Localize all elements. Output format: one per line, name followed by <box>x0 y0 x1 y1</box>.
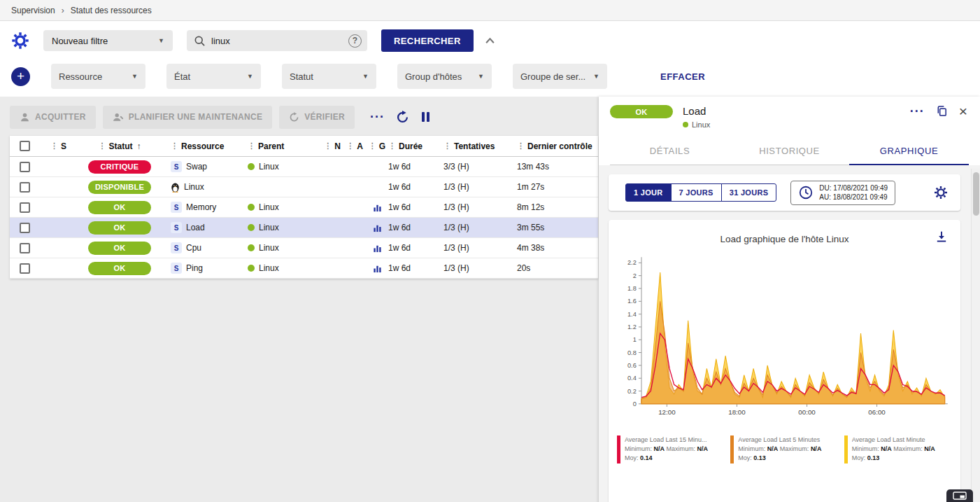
collapse-chevron-icon[interactable] <box>485 37 495 44</box>
saved-filter-select[interactable]: Nouveau filtre ▼ <box>43 30 173 51</box>
graph-icon[interactable] <box>373 223 382 232</box>
time-range-7-jours[interactable]: 7 JOURS <box>671 183 722 202</box>
resource-cell[interactable]: SMemory <box>171 202 248 213</box>
graph-icon[interactable] <box>373 264 382 273</box>
maintenance-button[interactable]: PLANIFIER UNE MAINTENANCE <box>103 106 273 129</box>
resource-cell[interactable]: SSwap <box>171 161 248 172</box>
checkbox-icon[interactable] <box>20 141 30 151</box>
column-header-dernier[interactable]: ⋮Dernier contrôle <box>517 141 598 151</box>
copy-link-icon[interactable] <box>936 105 948 117</box>
column-header-ressource[interactable]: ⋮Ressource <box>171 141 248 151</box>
column-header-duree[interactable]: ⋮Durée <box>388 141 443 151</box>
drag-handle-icon[interactable]: ⋮ <box>99 141 106 151</box>
pause-icon[interactable] <box>422 112 429 122</box>
legend-average: Moy: 0.13 <box>738 454 821 463</box>
graph-icon[interactable] <box>373 203 382 212</box>
acknowledge-button[interactable]: ACQUITTER <box>10 106 96 129</box>
resource-cell[interactable]: Linux <box>171 182 248 193</box>
search-box[interactable]: ? <box>187 30 367 51</box>
graph-icon[interactable] <box>373 244 382 253</box>
column-header-n[interactable]: ⋮N <box>321 141 343 151</box>
table-row[interactable]: OKSCpuLinux1w 6d1/3 (H)4m 38s <box>10 238 598 258</box>
clear-filters-button[interactable]: EFFACER <box>660 71 705 82</box>
row-checkbox[interactable] <box>10 243 43 253</box>
column-header-parent[interactable]: ⋮Parent <box>248 141 321 151</box>
search-input[interactable] <box>211 36 343 46</box>
help-icon[interactable]: ? <box>348 34 362 48</box>
resource-cell[interactable]: SPing <box>171 263 248 274</box>
drag-handle-icon[interactable]: ⋮ <box>171 141 178 151</box>
table-row[interactable]: OKSLoadLinux1w 6d1/3 (H)3m 55s <box>10 218 598 238</box>
date-range-picker[interactable]: DU: 17/08/2021 09:49 AU: 18/08/2021 09:4… <box>790 181 895 205</box>
add-filter-button[interactable]: + <box>11 67 30 86</box>
drag-handle-icon[interactable]: ⋮ <box>388 141 396 151</box>
filter-dropdown-group-d-hotes[interactable]: Group d'hôtes▼ <box>397 64 492 89</box>
row-checkbox[interactable] <box>10 202 43 213</box>
drag-handle-icon[interactable]: ⋮ <box>517 141 525 151</box>
table-row[interactable]: OKSMemoryLinux1w 6d1/3 (H)8m 12s <box>10 197 598 218</box>
table-row[interactable]: DISPONIBLELinux1w 6d1/3 (H)1m 27s <box>10 177 598 197</box>
parent-cell[interactable]: Linux <box>248 223 321 232</box>
parent-cell[interactable]: Linux <box>248 263 321 273</box>
legend-item[interactable]: Average Load Last 5 MinutesMinimum: N/A … <box>730 435 838 463</box>
column-header-s[interactable]: ⋮S <box>43 141 69 151</box>
breadcrumb-item-supervision[interactable]: Supervision <box>11 6 55 15</box>
row-checkbox[interactable] <box>10 182 43 193</box>
scrollbar-thumb[interactable] <box>973 172 979 216</box>
parent-cell[interactable]: Linux <box>248 202 321 212</box>
time-range-1-jour[interactable]: 1 JOUR <box>625 183 672 202</box>
breadcrumb-item-current[interactable]: Statut des ressources <box>71 6 152 15</box>
row-checkbox[interactable] <box>10 263 43 274</box>
check-button[interactable]: VÉRIFIER <box>279 106 355 129</box>
drag-handle-icon[interactable]: ⋮ <box>443 141 451 151</box>
tab-details[interactable]: DÉTAILS <box>610 137 730 165</box>
resource-cell[interactable]: SCpu <box>171 242 248 253</box>
date-from: DU: 17/08/2021 09:49 <box>819 183 888 193</box>
svg-text:0.8: 0.8 <box>627 349 637 356</box>
tab-historique[interactable]: HISTORIQUE <box>730 137 849 165</box>
tab-graphique[interactable]: GRAPHIQUE <box>849 137 969 165</box>
legend-item[interactable]: Average Load Last MinuteMinimum: N/A Max… <box>844 435 952 463</box>
resource-cell[interactable]: SLoad <box>171 222 248 233</box>
filter-dropdown-etat[interactable]: État▼ <box>166 64 261 89</box>
drag-handle-icon[interactable]: ⋮ <box>346 141 354 151</box>
filter-dropdown-ressource[interactable]: Ressource▼ <box>51 64 145 89</box>
checkbox-icon[interactable] <box>20 202 30 213</box>
drag-handle-icon[interactable]: ⋮ <box>369 141 376 151</box>
more-actions-icon[interactable]: ··· <box>370 113 385 120</box>
legend-item[interactable]: Average Load Last 15 Minu...Minimum: N/A… <box>617 435 725 463</box>
corner-widget-icon[interactable] <box>946 489 973 502</box>
search-button[interactable]: RECHERCHER <box>381 29 474 52</box>
column-header-tentatives[interactable]: ⋮Tentatives <box>443 141 517 151</box>
panel-scrollbar[interactable] <box>971 169 980 502</box>
filter-dropdown-groupe-de-ser[interactable]: Groupe de ser...▼ <box>513 64 607 89</box>
select-all-checkbox[interactable] <box>10 141 43 151</box>
checkbox-icon[interactable] <box>20 162 30 172</box>
drag-handle-icon[interactable]: ⋮ <box>50 141 58 151</box>
refresh-icon[interactable] <box>396 111 409 124</box>
filter-dropdown-statut[interactable]: Statut▼ <box>282 64 376 89</box>
column-header-a[interactable]: ⋮A <box>343 141 366 151</box>
drag-handle-icon[interactable]: ⋮ <box>248 141 255 151</box>
row-checkbox[interactable] <box>10 162 43 172</box>
column-header-g[interactable]: ⋮G <box>366 141 388 151</box>
parent-cell[interactable]: Linux <box>248 243 321 253</box>
checkbox-icon[interactable] <box>20 263 30 274</box>
time-range-31-jours[interactable]: 31 JOURS <box>721 183 777 202</box>
table-row[interactable]: OKSPingLinux1w 6d1/3 (H)20s <box>10 258 598 279</box>
checkbox-icon[interactable] <box>20 223 30 233</box>
table-row[interactable]: CRITIQUESSwapLinux1w 6d3/3 (H)13m 43s <box>10 157 598 177</box>
parent-cell[interactable]: Linux <box>248 162 321 172</box>
drag-handle-icon[interactable]: ⋮ <box>324 141 332 151</box>
close-icon[interactable]: × <box>959 106 967 117</box>
checkbox-icon[interactable] <box>20 243 30 253</box>
duration-cell: 1w 6d <box>388 182 443 192</box>
checkbox-icon[interactable] <box>20 182 30 193</box>
download-icon[interactable] <box>935 230 948 243</box>
graph-settings-gear-icon[interactable] <box>934 186 948 200</box>
panel-more-icon[interactable]: ··· <box>910 108 925 115</box>
row-checkbox[interactable] <box>10 223 43 233</box>
column-header-statut[interactable]: ⋮Statut↑ <box>69 141 171 151</box>
svg-text:00:00: 00:00 <box>798 408 816 416</box>
settings-gear-icon[interactable] <box>11 32 29 50</box>
